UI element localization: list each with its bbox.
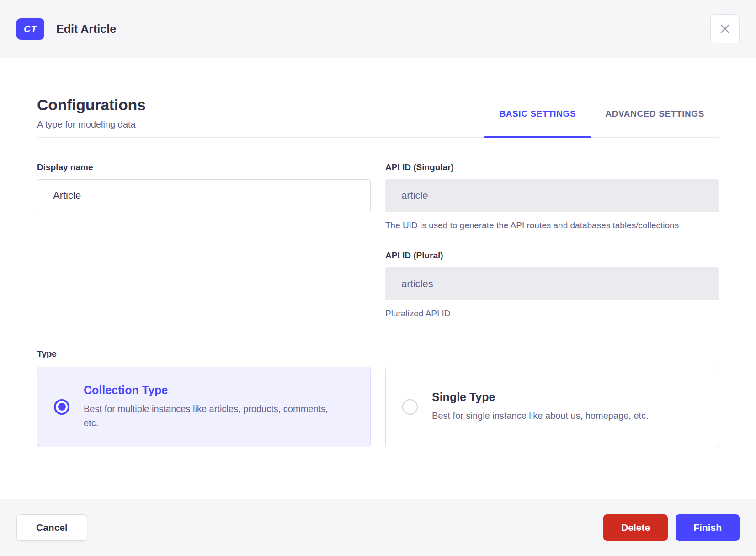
display-name-input[interactable] — [37, 179, 371, 212]
collection-type-title: Collection Type — [84, 384, 340, 397]
single-type-radio[interactable] — [402, 399, 418, 415]
api-id-plural-input — [385, 267, 719, 300]
single-type-title: Single Type — [432, 390, 649, 404]
page-subtitle: A type for modeling data — [37, 119, 146, 130]
modal-title: Edit Article — [56, 22, 116, 36]
collection-type-card[interactable]: Collection Type Best for multiple instan… — [37, 367, 371, 447]
api-id-plural-hint: Pluralized API ID — [385, 307, 719, 320]
collection-type-radio[interactable] — [54, 399, 69, 415]
single-type-card[interactable]: Single Type Best for single instance lik… — [385, 367, 719, 447]
modal-footer: Cancel Delete Finish — [0, 499, 756, 556]
footer-actions: Delete Finish — [603, 514, 740, 541]
api-id-singular-hint: The UID is used to generate the API rout… — [385, 219, 719, 232]
tab-advanced-settings[interactable]: ADVANCED SETTINGS — [591, 104, 719, 137]
tab-basic-settings[interactable]: BASIC SETTINGS — [484, 104, 591, 137]
single-type-description: Best for single instance like about us, … — [432, 409, 649, 423]
finish-button[interactable]: Finish — [676, 514, 740, 541]
collection-type-description: Best for multiple instances like article… — [84, 402, 340, 430]
content-type-badge: CT — [16, 18, 44, 40]
cancel-button[interactable]: Cancel — [16, 514, 87, 541]
api-id-column: API ID (Singular) The UID is used to gen… — [385, 162, 719, 321]
single-type-content: Single Type Best for single instance lik… — [432, 390, 649, 423]
type-options: Collection Type Best for multiple instan… — [37, 367, 719, 447]
api-id-singular-field: API ID (Singular) The UID is used to gen… — [385, 162, 719, 232]
config-header: Configurations A type for modeling data … — [37, 96, 719, 138]
modal-body: Configurations A type for modeling data … — [0, 58, 756, 499]
delete-button[interactable]: Delete — [603, 514, 668, 541]
config-heading: Configurations A type for modeling data — [37, 96, 146, 137]
page-title: Configurations — [37, 96, 146, 114]
collection-type-content: Collection Type Best for multiple instan… — [84, 384, 340, 430]
api-id-plural-label: API ID (Plural) — [385, 251, 719, 261]
radio-dot-icon — [58, 403, 66, 411]
content-type-badge-label: CT — [24, 23, 37, 34]
display-name-field: Display name — [37, 162, 371, 321]
close-button[interactable] — [710, 14, 740, 43]
modal-header: CT Edit Article — [0, 0, 756, 58]
type-label: Type — [37, 349, 719, 359]
config-form: Display name API ID (Singular) The UID i… — [37, 162, 719, 321]
api-id-singular-label: API ID (Singular) — [385, 162, 719, 172]
close-icon — [719, 22, 731, 35]
api-id-plural-field: API ID (Plural) Pluralized API ID — [385, 251, 719, 320]
display-name-label: Display name — [37, 162, 371, 172]
settings-tabs: BASIC SETTINGS ADVANCED SETTINGS — [484, 104, 719, 137]
api-id-singular-input — [385, 179, 719, 212]
